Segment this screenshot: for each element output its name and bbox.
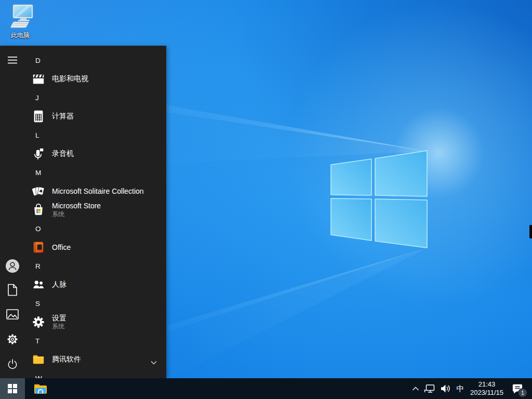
office-icon xyxy=(31,240,46,255)
app-section-header-j[interactable]: J xyxy=(25,88,166,107)
this-pc-icon xyxy=(6,3,35,30)
app-section-header-t[interactable]: T xyxy=(25,331,166,350)
hamburger-icon xyxy=(8,57,17,64)
settings-rail-button[interactable] xyxy=(2,329,23,350)
documents-button[interactable] xyxy=(2,280,23,300)
settings-icon xyxy=(31,315,46,329)
solitaire-icon: ♠ xyxy=(31,184,46,198)
app-item-sublabel: 系统 xyxy=(52,210,101,218)
start-menu-app-list: D xyxy=(25,46,166,378)
windows-logo-icon xyxy=(8,384,17,393)
app-item-voice-recorder[interactable]: 录音机 xyxy=(25,144,166,163)
file-explorer-icon xyxy=(33,382,48,395)
desktop-icon-this-pc[interactable]: 此电脑 xyxy=(3,3,37,40)
clock[interactable]: 21:43 2023/11/15 xyxy=(468,378,506,399)
hidden-icons-button[interactable] xyxy=(409,378,422,399)
speaker-icon xyxy=(440,384,451,393)
network-tray-button[interactable] xyxy=(422,378,437,399)
documents-icon xyxy=(7,284,18,296)
app-section-header-r[interactable]: R xyxy=(25,257,166,275)
right-edge-marker xyxy=(529,225,532,238)
app-section-header-l[interactable]: L xyxy=(25,126,166,144)
app-item-settings[interactable]: 设置 系统 xyxy=(25,313,166,331)
system-tray: 中 21:43 2023/11/15 1 xyxy=(409,378,532,399)
start-menu: D xyxy=(0,46,166,378)
app-item-solitaire[interactable]: ♠ Microsoft Solitaire Collection xyxy=(25,182,166,201)
app-item-label: 计算器 xyxy=(52,112,74,121)
app-item-label: 录音机 xyxy=(52,149,74,158)
user-account-button[interactable] xyxy=(2,256,23,276)
app-section-header-d[interactable]: D xyxy=(25,51,166,70)
app-item-people[interactable]: 人脉 xyxy=(25,275,166,294)
desktop-screen: 此电脑 xyxy=(0,0,532,399)
app-item-label: Microsoft Solitaire Collection xyxy=(52,187,144,195)
app-item-sublabel: 系统 xyxy=(52,323,66,330)
volume-tray-button[interactable] xyxy=(437,378,453,399)
app-item-office[interactable]: Office xyxy=(25,238,166,257)
calculator-icon xyxy=(31,109,46,124)
app-item-microsoft-store[interactable]: Microsoft Store 系统 xyxy=(25,201,166,219)
app-item-label: 人脉 xyxy=(52,280,66,289)
user-avatar-icon xyxy=(5,259,20,273)
app-item-label: Microsoft Store xyxy=(52,202,101,210)
menu-expand-button[interactable] xyxy=(2,50,23,71)
expand-chevron-icon[interactable] xyxy=(151,357,157,367)
start-button[interactable] xyxy=(0,378,25,399)
power-icon xyxy=(6,358,19,370)
pictures-icon xyxy=(6,309,19,320)
chevron-up-icon xyxy=(412,387,419,391)
app-item-label: 电影和电视 xyxy=(52,74,88,84)
power-button[interactable] xyxy=(2,354,23,375)
app-item-label: 设置 xyxy=(52,314,66,323)
store-icon xyxy=(31,203,46,217)
clock-date: 2023/11/15 xyxy=(470,389,503,397)
app-section-header-m[interactable]: M xyxy=(25,163,166,182)
folder-icon xyxy=(31,352,46,367)
taskbar: 中 21:43 2023/11/15 1 xyxy=(0,378,532,399)
ethernet-icon xyxy=(424,383,435,394)
clock-time: 21:43 xyxy=(478,380,496,389)
people-icon xyxy=(31,277,46,292)
app-item-movies-tv[interactable]: 电影和电视 xyxy=(25,70,166,88)
app-item-tencent-folder[interactable]: 腾讯软件 xyxy=(25,350,166,369)
app-section-header-o[interactable]: O xyxy=(25,219,166,238)
app-section-header-w[interactable]: W xyxy=(25,369,166,378)
voice-recorder-icon xyxy=(31,147,46,161)
movies-tv-icon xyxy=(31,72,46,86)
action-center-button[interactable]: 1 xyxy=(506,378,529,399)
app-item-label: Office xyxy=(52,243,71,251)
start-menu-rail xyxy=(0,46,25,378)
file-explorer-button[interactable] xyxy=(29,378,52,399)
ime-indicator[interactable]: 中 xyxy=(453,378,468,399)
app-section-header-s[interactable]: S xyxy=(25,294,166,313)
notification-badge: 1 xyxy=(518,388,527,397)
pictures-button[interactable] xyxy=(2,304,23,325)
app-item-calculator[interactable]: 计算器 xyxy=(25,107,166,126)
desktop-icon-label: 此电脑 xyxy=(11,31,30,40)
settings-gear-icon xyxy=(6,333,19,345)
app-item-label: 腾讯软件 xyxy=(52,355,81,364)
